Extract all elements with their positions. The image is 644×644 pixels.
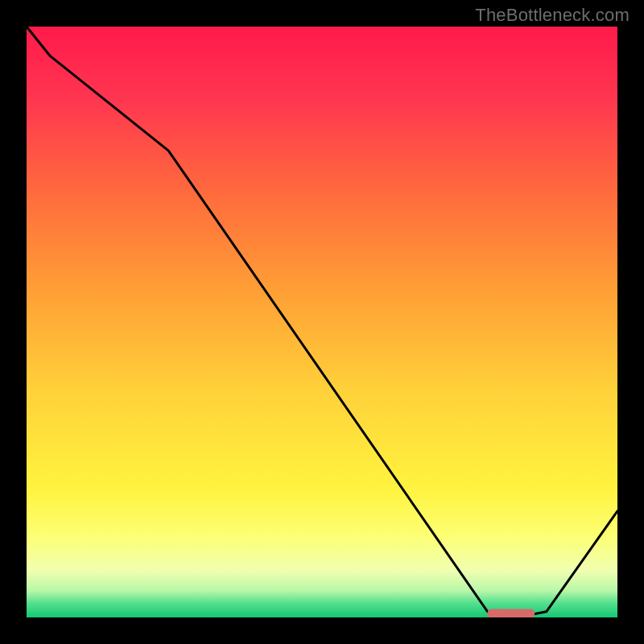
chart-frame: TheBottleneck.com (0, 0, 644, 644)
bottleneck-curve (27, 27, 617, 617)
optimal-marker (488, 609, 535, 617)
plot-area (27, 27, 617, 617)
curve-line (27, 27, 617, 617)
watermark-text: TheBottleneck.com (475, 5, 630, 26)
